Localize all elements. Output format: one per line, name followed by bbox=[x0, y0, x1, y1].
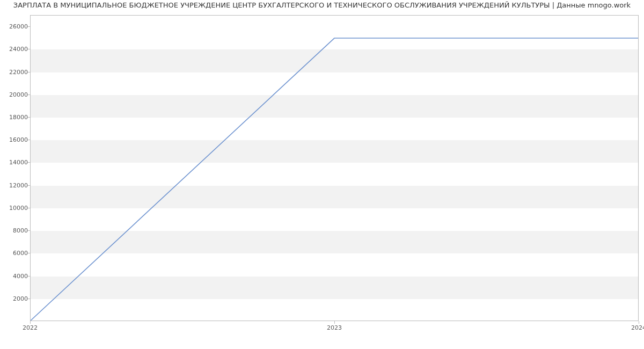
y-tick-label: 2000 bbox=[1, 295, 28, 302]
x-tick-label: 2022 bbox=[23, 324, 38, 331]
y-tick-label: 22000 bbox=[1, 68, 28, 75]
chart-container: ЗАРПЛАТА В МУНИЦИПАЛЬНОЕ БЮДЖЕТНОЕ УЧРЕЖ… bbox=[0, 0, 644, 349]
y-tick-label: 4000 bbox=[1, 272, 28, 279]
x-tick-mark bbox=[639, 321, 639, 324]
x-tick-mark bbox=[30, 321, 31, 324]
y-tick-mark bbox=[27, 26, 30, 27]
y-tick-mark bbox=[27, 299, 30, 299]
y-tick-mark bbox=[27, 185, 30, 186]
y-tick-mark bbox=[27, 230, 30, 231]
y-tick-mark bbox=[27, 276, 30, 277]
y-tick-label: 20000 bbox=[1, 91, 28, 98]
x-tick-label: 2023 bbox=[327, 324, 342, 331]
y-tick-label: 16000 bbox=[1, 136, 28, 143]
y-tick-label: 26000 bbox=[1, 23, 28, 30]
y-tick-label: 6000 bbox=[1, 250, 28, 257]
line-series bbox=[31, 16, 638, 321]
plot-area bbox=[30, 15, 639, 321]
y-tick-mark bbox=[27, 94, 30, 95]
x-tick-mark bbox=[334, 321, 335, 324]
y-tick-label: 14000 bbox=[1, 159, 28, 166]
y-tick-mark bbox=[27, 140, 30, 140]
y-tick-mark bbox=[27, 72, 30, 72]
y-tick-label: 8000 bbox=[1, 227, 28, 234]
y-tick-mark bbox=[27, 162, 30, 163]
y-tick-mark bbox=[27, 208, 30, 208]
y-tick-label: 18000 bbox=[1, 114, 28, 121]
y-tick-label: 10000 bbox=[1, 204, 28, 211]
y-tick-label: 12000 bbox=[1, 181, 28, 188]
series-line bbox=[31, 38, 638, 321]
chart-title: ЗАРПЛАТА В МУНИЦИПАЛЬНОЕ БЮДЖЕТНОЕ УЧРЕЖ… bbox=[0, 1, 644, 9]
y-tick-mark bbox=[27, 253, 30, 253]
y-tick-mark bbox=[27, 117, 30, 118]
x-tick-label: 2024 bbox=[631, 324, 644, 331]
y-tick-label: 24000 bbox=[1, 46, 28, 53]
y-tick-mark bbox=[27, 49, 30, 49]
